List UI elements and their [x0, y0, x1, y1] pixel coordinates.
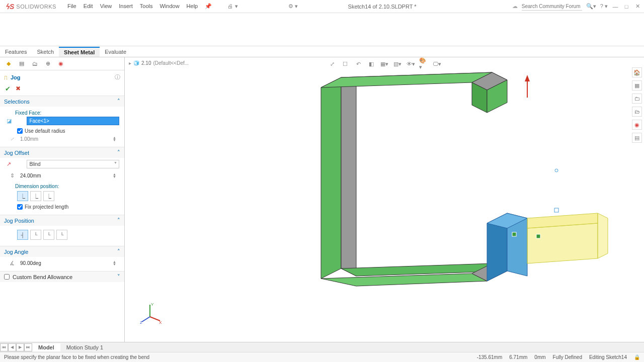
- jogpos-material-inside-button[interactable]: └: [30, 230, 41, 240]
- use-default-radius-check[interactable]: Use default radius: [17, 128, 119, 134]
- ok-button[interactable]: ✔: [5, 85, 11, 93]
- orientation-triad[interactable]: Y X Z: [140, 302, 160, 322]
- pm-tab-icons: ◆ ▤ 🗂 ⊕ ◉: [0, 57, 124, 70]
- chevron-up-icon: ˄: [117, 149, 120, 156]
- svg-marker-3: [321, 72, 492, 87]
- display-icon[interactable]: ⊕: [43, 59, 52, 68]
- custom-bend-check[interactable]: [4, 274, 10, 280]
- appearance-icon[interactable]: ◉: [56, 59, 65, 68]
- print-icon[interactable]: 🖨 ▾: [227, 3, 237, 10]
- appearance-button[interactable]: ▤: [632, 133, 642, 143]
- pm-panel-icon[interactable]: ▤: [17, 59, 26, 68]
- radius-icon: ⟋: [8, 135, 16, 143]
- svg-rect-16: [512, 232, 516, 236]
- titlebar: ϟS SOLIDWORKS File Edit View Insert Tool…: [0, 0, 644, 13]
- use-default-radius-input[interactable]: [17, 128, 23, 134]
- dimension-position-buttons: ⎿ ⎿ ⎿: [17, 191, 119, 201]
- jogpos-bend-outside-button[interactable]: └: [56, 230, 67, 240]
- svg-line-24: [142, 317, 150, 322]
- offset-distance[interactable]: 24.00mm: [20, 173, 41, 178]
- cancel-button[interactable]: ✖: [16, 85, 21, 93]
- status-coord-z: 0mm: [534, 354, 545, 360]
- feature-tree-icon[interactable]: ◆: [4, 59, 13, 68]
- task-pane: 🏠 ▦ 🗀 🗁 ◉ ▤: [632, 67, 642, 143]
- section-custom-bend-header[interactable]: Custom Bend Allowance ˅: [0, 271, 124, 282]
- svg-marker-7: [321, 274, 487, 286]
- logo-mark-icon: ϟS: [5, 3, 14, 11]
- tab-next-button[interactable]: ▶: [16, 343, 24, 351]
- menu-window[interactable]: Window: [159, 3, 179, 10]
- svg-marker-15: [598, 213, 608, 258]
- pin-icon[interactable]: 📌: [205, 3, 212, 10]
- end-condition-select[interactable]: Blind ˅: [27, 160, 119, 168]
- gear-icon[interactable]: ⚙ ▾: [288, 3, 298, 10]
- menu-file[interactable]: File: [67, 3, 76, 10]
- graphics-canvas[interactable]: ▸ 🧊 2.10 (Default<<Def... ⤢ ☐ ↶ ◧ ▦▾ ▧▾ …: [125, 57, 644, 342]
- fixed-face-selection[interactable]: Face<1>: [27, 117, 119, 125]
- search-icon[interactable]: 🔍▾: [586, 3, 596, 10]
- pm-help-icon[interactable]: ⓘ: [115, 73, 120, 81]
- jog-angle-value[interactable]: 90.00deg: [20, 260, 41, 266]
- minimize-button[interactable]: —: [612, 3, 619, 10]
- distance-spinner[interactable]: ▲▼: [113, 173, 116, 178]
- jogpos-bend-centerline-button[interactable]: ┤: [17, 230, 28, 240]
- close-button[interactable]: ✕: [634, 3, 641, 10]
- tab-sketch[interactable]: Sketch: [32, 47, 59, 56]
- fix-projected-check[interactable]: Fix projected length: [17, 204, 119, 210]
- fix-projected-input[interactable]: [17, 204, 23, 210]
- home-button[interactable]: 🏠: [632, 67, 642, 77]
- svg-text:X: X: [159, 320, 162, 325]
- dimpos-overall-button[interactable]: ⎿: [43, 191, 54, 201]
- feature-tree-breadcrumb[interactable]: ▸ 🧊 2.10 (Default<<Def...: [129, 60, 189, 66]
- help-icon[interactable]: ? ▾: [600, 3, 608, 10]
- status-mode: Editing Sketch14: [589, 354, 627, 360]
- menu-view[interactable]: View: [100, 3, 112, 10]
- workspace: ◆ ▤ 🗂 ⊕ ◉ ⎍ Jog ⓘ ✔ ✖ Selections ˄ Fixed…: [0, 57, 644, 342]
- tab-model[interactable]: Model: [32, 343, 60, 351]
- status-units-icon[interactable]: 🔒: [634, 354, 640, 360]
- menubar: File Edit View Insert Tools Window Help …: [67, 3, 212, 10]
- dimension-position-label: Dimension position:: [15, 184, 119, 189]
- section-jog-offset-header[interactable]: Jog Offset ˄: [0, 147, 124, 158]
- svg-marker-0: [321, 77, 341, 279]
- tab-first-button[interactable]: ⏮: [0, 343, 8, 351]
- tab-motion-study[interactable]: Motion Study 1: [60, 343, 109, 351]
- search-input[interactable]: [522, 3, 582, 11]
- tab-evaluate[interactable]: Evaluate: [100, 47, 131, 56]
- menu-help[interactable]: Help: [187, 3, 198, 10]
- svg-rect-17: [536, 234, 540, 238]
- section-jog-angle-header[interactable]: Jog Angle ˄: [0, 246, 124, 257]
- document-title: Sketch14 of 2.10.SLDPRT *: [348, 4, 417, 10]
- statusbar: Please specify the planar face to be fix…: [0, 352, 644, 362]
- design-library-button[interactable]: 🗀: [632, 94, 642, 104]
- section-selections-header[interactable]: Selections ˄: [0, 96, 124, 107]
- file-explorer-button[interactable]: 🗁: [632, 107, 642, 117]
- svg-text:Y: Y: [151, 302, 154, 307]
- tab-prev-button[interactable]: ◀: [8, 343, 16, 351]
- tab-sheet-metal[interactable]: Sheet Metal: [59, 47, 100, 57]
- direction-icon[interactable]: ↗: [5, 160, 13, 168]
- status-prompt: Please specify the planar face to be fix…: [4, 354, 149, 360]
- menu-insert[interactable]: Insert: [119, 3, 133, 10]
- radius-value[interactable]: 1.00mm: [20, 136, 38, 142]
- section-jog-position-header[interactable]: Jog Position ˄: [0, 215, 124, 226]
- cloud-icon[interactable]: ☁: [512, 3, 518, 10]
- tab-features[interactable]: Features: [0, 47, 32, 56]
- svg-rect-21: [554, 208, 558, 212]
- expand-tree-icon[interactable]: ▸: [129, 60, 131, 66]
- model-3d: [256, 57, 638, 339]
- resources-button[interactable]: ▦: [632, 80, 642, 90]
- maximize-button[interactable]: □: [623, 3, 630, 10]
- menu-tools[interactable]: Tools: [140, 3, 153, 10]
- view-palette-button[interactable]: ◉: [632, 120, 642, 130]
- angle-spinner[interactable]: ▲▼: [113, 260, 116, 265]
- face-select-icon[interactable]: ◪: [5, 117, 13, 125]
- radius-spinner[interactable]: ▲▼: [113, 136, 116, 141]
- menu-edit[interactable]: Edit: [84, 3, 93, 10]
- dimpos-outside-button[interactable]: ⎿: [17, 191, 28, 201]
- pm-title: ⎍ Jog ⓘ: [0, 70, 124, 84]
- config-icon[interactable]: 🗂: [30, 59, 39, 68]
- tab-last-button[interactable]: ⏭: [24, 343, 32, 351]
- jogpos-material-outside-button[interactable]: └: [43, 230, 54, 240]
- dimpos-inside-button[interactable]: ⎿: [30, 191, 41, 201]
